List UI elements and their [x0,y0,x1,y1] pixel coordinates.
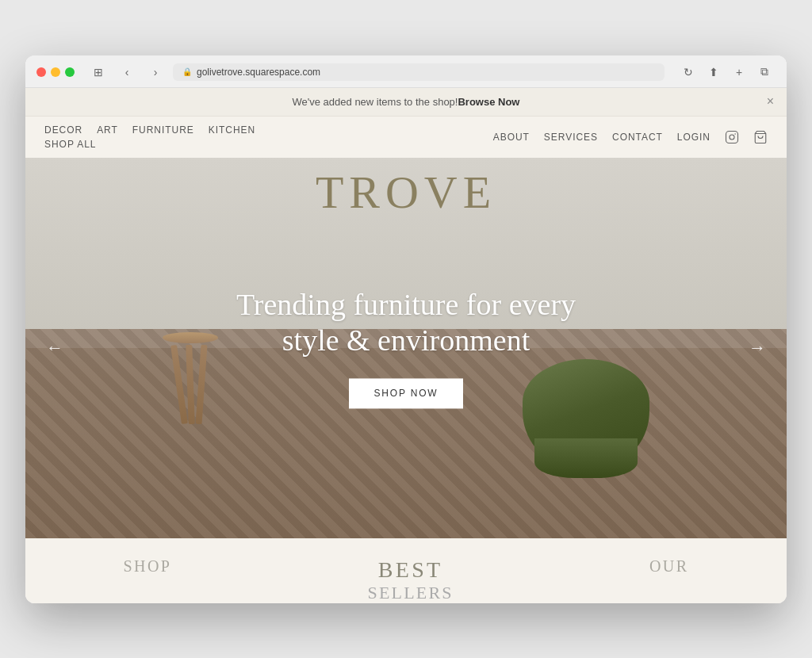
reload-button[interactable]: ↻ [677,63,699,81]
minimize-button[interactable] [51,67,60,77]
nav-decor[interactable]: DECOR [44,124,82,136]
sidebar-toggle-button[interactable]: ⊞ [87,63,109,81]
browser-chrome: ⊞ ‹ › 🔒 golivetrove.squarespace.com ↻ ⬆ … [25,55,787,88]
browse-now-link[interactable]: Browse Now [458,96,519,108]
nav-right: ABOUT SERVICES CONTACT LOGIN [493,130,768,144]
browser-actions: ↻ ⬆ + ⧉ [677,63,776,81]
nav-contact[interactable]: CONTACT [612,132,663,143]
nav-login[interactable]: LOGIN [677,132,710,143]
hero-next-button[interactable]: → [741,330,774,366]
below-hero-our: OUR [649,557,688,603]
traffic-lights [36,67,75,77]
bestsellers-title-line1: BEST [367,557,453,583]
forward-button[interactable]: › [144,63,167,81]
url-text: golivetrove.squarespace.com [197,67,320,78]
announcement-close-button[interactable]: × [767,94,774,109]
nav-left: DECOR ART FURNITURE KITCHEN SHOP ALL [44,124,255,150]
chair-seat [534,438,638,478]
hero-headline: Trending furniture for every style & env… [208,287,604,359]
nav-shop-all[interactable]: SHOP ALL [44,139,97,150]
below-hero-section: SHOP BEST SELLERS OUR [25,538,787,603]
website: We've added new items to the shop! Brows… [25,88,787,603]
nav-art[interactable]: ART [97,124,118,136]
hero-content: Trending furniture for every style & env… [208,287,604,408]
nav-kitchen[interactable]: KITCHEN [209,124,255,136]
stool-leg-3 [195,344,207,423]
back-button[interactable]: ‹ [116,63,138,81]
svg-point-1 [730,135,734,140]
maximize-button[interactable] [65,67,75,77]
address-bar[interactable]: 🔒 golivetrove.squarespace.com [173,63,665,81]
new-tab-button[interactable]: + [728,63,750,81]
duplicate-button[interactable]: ⧉ [753,63,776,81]
svg-rect-0 [726,131,738,143]
nav-furniture[interactable]: FURNITURE [132,124,194,136]
bestsellers-title-line2: SELLERS [367,583,453,603]
brand-title: TROVE [316,166,496,219]
nav-row-2: SHOP ALL [44,139,255,150]
lock-icon: 🔒 [182,67,192,76]
nav-about[interactable]: ABOUT [493,132,530,143]
main-nav: DECOR ART FURNITURE KITCHEN SHOP ALL ABO… [25,117,787,158]
svg-point-2 [734,133,736,135]
hero-section: TROVE Trending furniture for every style… [25,158,787,538]
cart-icon[interactable] [753,130,768,144]
share-button[interactable]: ⬆ [703,63,725,81]
close-button[interactable] [36,67,46,77]
announcement-text: We've added new items to the shop! [293,96,458,108]
below-hero-shop: SHOP [124,557,172,603]
below-hero-bestsellers: BEST SELLERS [367,557,453,603]
browser-window: ⊞ ‹ › 🔒 golivetrove.squarespace.com ↻ ⬆ … [25,55,787,603]
shop-now-button[interactable]: SHOP NOW [349,378,464,408]
instagram-icon[interactable] [725,130,739,144]
stool-leg-1 [170,344,188,423]
announcement-bar: We've added new items to the shop! Brows… [25,88,787,117]
nav-services[interactable]: SERVICES [544,132,598,143]
nav-row-1: DECOR ART FURNITURE KITCHEN [44,124,255,136]
hero-prev-button[interactable]: ← [38,330,71,366]
stool-leg-2 [186,344,194,423]
